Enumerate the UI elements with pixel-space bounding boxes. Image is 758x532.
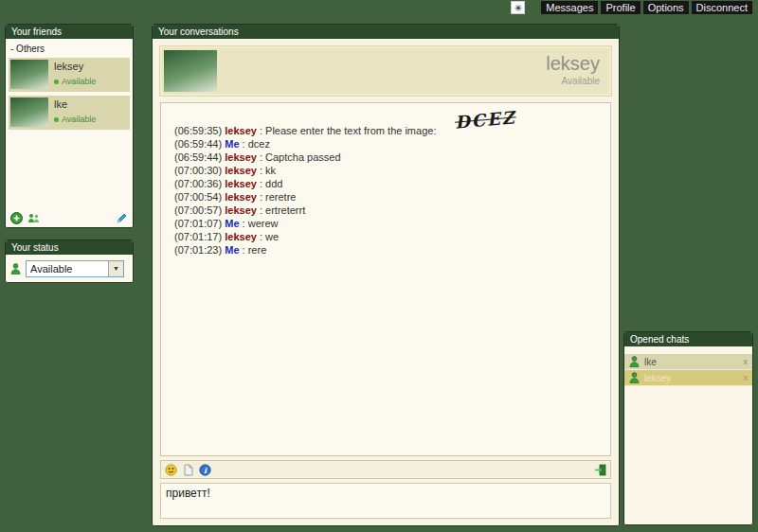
status-select[interactable]: Available ▼ xyxy=(26,260,124,277)
friend-status: Available xyxy=(54,77,96,86)
chat-message: (07:00:36) leksey : ddd xyxy=(174,177,601,190)
message-list: (06:59:35) leksey : Please enter the tex… xyxy=(160,102,611,456)
message-text: reretre xyxy=(265,191,296,203)
add-contact-icon[interactable] xyxy=(10,212,23,224)
opened-chats-body: lke x leksey x xyxy=(624,346,752,524)
friends-panel-body: - Others leksey Available lke xyxy=(6,39,133,227)
message-sender: leksey xyxy=(225,125,257,136)
message-time: (07:01:17) xyxy=(174,231,222,242)
friend-lke[interactable]: lke Available xyxy=(9,96,130,130)
message-time: (06:59:35) xyxy=(174,125,222,136)
message-sender: Me xyxy=(225,244,239,256)
friend-avatar xyxy=(10,98,48,127)
friend-status-label: Available xyxy=(62,77,96,86)
message-text: Please enter the text from the image: xyxy=(265,125,436,136)
opened-chats-title: Opened chats xyxy=(624,332,752,346)
friend-status: Available xyxy=(54,115,96,124)
buddy-icon xyxy=(629,372,640,383)
message-time: (07:00:57) xyxy=(174,204,222,216)
message-text: ertreterrt xyxy=(265,204,305,216)
chat-message: (07:01:17) leksey : we xyxy=(174,230,601,243)
chat-toolbar: i xyxy=(160,460,611,479)
contact-avatar xyxy=(164,50,217,92)
status-select-value: Available xyxy=(27,263,108,275)
message-text: we xyxy=(265,231,279,242)
chevron-down-icon[interactable]: ▼ xyxy=(108,261,123,276)
opened-chat-name: lke xyxy=(644,357,657,367)
opened-chat-lke[interactable]: lke x xyxy=(624,354,752,370)
chat-message: (06:59:44) leksey : Captcha passed xyxy=(174,151,601,164)
chat-message: (06:59:44) Me : dcez xyxy=(174,137,601,151)
status-dot-icon xyxy=(54,117,59,122)
asterisk-icon[interactable]: ✳ xyxy=(511,1,525,14)
message-sender: leksey xyxy=(225,204,257,216)
message-time: (07:00:30) xyxy=(174,165,222,176)
buddy-icon xyxy=(10,263,21,275)
friend-name: leksey xyxy=(54,61,96,72)
message-text: rere xyxy=(248,244,267,256)
status-dot-icon xyxy=(54,80,59,84)
chat-message: (07:01:23) Me : rere xyxy=(174,243,601,257)
message-sender: leksey xyxy=(225,178,257,189)
add-group-icon[interactable] xyxy=(27,212,40,224)
friend-avatar xyxy=(10,60,48,89)
contact-status: Available xyxy=(217,76,600,86)
opened-chat-name: leksey xyxy=(644,373,671,383)
chat-message: (07:00:57) leksey : ertreterrt xyxy=(174,204,601,217)
friends-panel-title: Your friends xyxy=(6,25,133,39)
conversation-contact-header: leksey Available xyxy=(160,46,611,96)
captcha-image: DCEZ xyxy=(454,113,515,128)
profile-button[interactable]: Profile xyxy=(601,1,640,14)
buddy-icon xyxy=(629,356,640,367)
emoticon-icon[interactable] xyxy=(165,464,177,476)
message-text: ddd xyxy=(265,178,282,189)
close-icon[interactable]: x xyxy=(744,373,749,382)
message-text: kk xyxy=(265,165,276,176)
input-area: приветт! xyxy=(160,483,611,519)
chat-message: (07:00:30) leksey : kk xyxy=(174,164,601,177)
status-panel: Your status Available ▼ xyxy=(5,239,134,283)
message-input[interactable]: приветт! xyxy=(160,483,611,519)
disconnect-button[interactable]: Disconnect xyxy=(692,1,752,14)
message-sender: leksey xyxy=(225,165,257,176)
message-time: (07:00:54) xyxy=(174,191,222,203)
conversations-panel: Your conversations leksey Available (06:… xyxy=(152,24,620,526)
message-sender: Me xyxy=(225,218,239,229)
chat-message: (07:00:54) leksey : reretre xyxy=(174,190,601,204)
contact-name: leksey xyxy=(217,53,600,74)
chat-message: (07:01:07) Me : werew xyxy=(174,217,601,230)
message-time: (06:59:44) xyxy=(174,138,222,150)
message-sender: leksey xyxy=(225,231,257,242)
conversations-panel-title: Your conversations xyxy=(153,25,619,39)
message-sender: Me xyxy=(225,138,239,150)
status-panel-body: Available ▼ xyxy=(6,255,133,282)
friends-toolbar xyxy=(10,212,128,224)
friend-leksey[interactable]: leksey Available xyxy=(9,58,130,92)
edit-icon[interactable] xyxy=(116,212,128,224)
message-time: (07:00:36) xyxy=(174,178,222,189)
message-time: (07:01:07) xyxy=(174,218,222,229)
friends-group-label[interactable]: - Others xyxy=(9,42,130,58)
send-file-icon[interactable] xyxy=(182,464,194,476)
message-text: Captcha passed xyxy=(265,151,341,163)
message-time: (06:59:44) xyxy=(174,151,222,163)
friends-panel: Your friends - Others leksey Available l… xyxy=(5,24,134,228)
topbar: ✳ Messages Profile Options Disconnect xyxy=(511,1,752,14)
options-button[interactable]: Options xyxy=(643,1,689,14)
message-text: werew xyxy=(248,218,279,229)
message-sender: leksey xyxy=(225,191,257,203)
messages-button[interactable]: Messages xyxy=(541,1,598,14)
opened-chat-leksey[interactable]: leksey x xyxy=(624,370,752,386)
close-icon[interactable]: x xyxy=(744,357,749,366)
info-icon[interactable]: i xyxy=(199,464,211,476)
opened-chats-panel: Opened chats lke x leksey x xyxy=(623,331,753,525)
message-time: (07:01:23) xyxy=(174,244,222,256)
message-sender: leksey xyxy=(225,151,257,163)
status-panel-title: Your status xyxy=(6,240,133,255)
friend-status-label: Available xyxy=(62,115,96,124)
leave-conversation-icon[interactable] xyxy=(594,464,606,476)
message-text: dcez xyxy=(248,138,270,150)
friend-name: lke xyxy=(54,98,96,110)
conversations-panel-body: leksey Available (06:59:35) leksey : Ple… xyxy=(153,39,619,525)
chat-message: (06:59:35) leksey : Please enter the tex… xyxy=(174,124,601,137)
